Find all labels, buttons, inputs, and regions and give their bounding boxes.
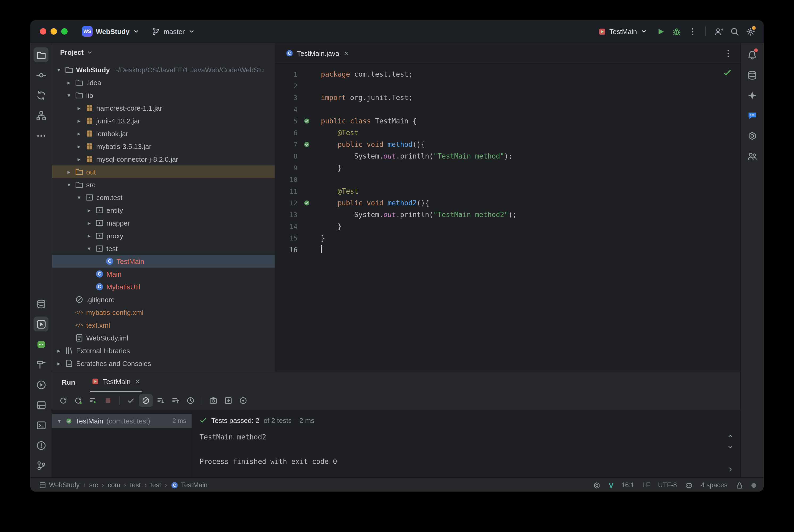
test-history-icon[interactable] — [207, 394, 220, 407]
breadcrumb-webstudy-0[interactable]: WebStudy — [39, 481, 79, 489]
scroll-down-icon[interactable] — [727, 444, 734, 451]
tree-item-webstudy[interactable]: ▾WebStudy~/Desktop/CS/JavaEE/1 JavaWeb/C… — [52, 63, 275, 76]
import-tests-icon[interactable] — [221, 394, 235, 407]
services-icon[interactable] — [34, 377, 49, 392]
tree-item-junit-4-13-2-jar[interactable]: ▸junit-4.13.2.jar — [52, 114, 275, 127]
navigate-icon[interactable] — [236, 394, 250, 407]
tree-item-scratches-and-consoles[interactable]: ▸Scratches and Consoles — [52, 357, 275, 370]
commit-icon[interactable] — [34, 68, 49, 82]
chevron-open-icon[interactable]: ▾ — [65, 92, 72, 99]
settings-gear-icon[interactable] — [743, 24, 757, 38]
openai-status-icon[interactable] — [593, 481, 601, 489]
copilot-status-icon[interactable] — [685, 481, 693, 489]
file-encoding[interactable]: UTF-8 — [658, 481, 677, 489]
run-test-gutter-icon[interactable] — [300, 141, 314, 148]
run-config-selector[interactable]: TestMain — [594, 26, 651, 37]
tree-item-entity[interactable]: ▸entity — [52, 204, 275, 216]
chevron-closed-icon[interactable]: ▸ — [76, 104, 82, 111]
chevron-closed-icon[interactable]: ▸ — [86, 232, 93, 239]
project-widget[interactable]: WS WebStudy — [78, 24, 144, 38]
code-line-6[interactable]: 6 @Test — [275, 127, 740, 138]
tree-item-test[interactable]: ▾test — [52, 242, 275, 255]
breadcrumb-test-3[interactable]: test — [130, 481, 141, 489]
code-line-1[interactable]: 1package com.test.test; — [275, 68, 740, 80]
tree-item-proxy[interactable]: ▸proxy — [52, 229, 275, 242]
git-branch-icon[interactable] — [34, 458, 49, 473]
run-console[interactable]: Tests passed: 2 of 2 tests – 2 ms TestMa… — [192, 410, 740, 477]
run-tab-testmain[interactable]: TestMain × — [90, 372, 141, 392]
tree-item-testmain[interactable]: CTestMain — [52, 255, 275, 268]
notifications-icon[interactable] — [745, 48, 760, 62]
project-folder-icon[interactable] — [34, 48, 49, 62]
chevron-open-icon[interactable]: ▾ — [76, 194, 82, 201]
v-plugin-icon[interactable]: V — [609, 481, 613, 489]
run-test-gutter-icon[interactable] — [300, 199, 314, 206]
green-mascot-icon[interactable] — [34, 337, 49, 352]
more-h-icon[interactable] — [34, 128, 49, 143]
chevron-expanded-icon[interactable]: ▾ — [56, 417, 62, 424]
tree-item-lib[interactable]: ▾lib — [52, 89, 275, 101]
code-line-2[interactable]: 2 — [275, 80, 740, 92]
code-line-4[interactable]: 4 — [275, 103, 740, 115]
tree-item-out[interactable]: ▸out — [52, 166, 275, 178]
run-play-box-icon[interactable] — [34, 317, 49, 331]
test-result-row[interactable]: ▾ TestMain (com.test.test) 2 ms — [52, 414, 192, 428]
tree-item-text-xml[interactable]: </>text.xml — [52, 319, 275, 331]
code-line-10[interactable]: 10 — [275, 173, 740, 185]
scroll-up-icon[interactable] — [727, 433, 734, 439]
show-ignored-icon[interactable] — [139, 394, 153, 407]
branch-widget[interactable]: master — [148, 25, 199, 37]
chevron-closed-icon[interactable]: ▸ — [76, 117, 82, 124]
code-line-3[interactable]: 3import org.junit.Test; — [275, 92, 740, 103]
chevron-closed-icon[interactable]: ▸ — [86, 220, 93, 226]
tree-item-mysql-connector-j-8-2-0-jar[interactable]: ▸mysql-connector-j-8.2.0.jar — [52, 153, 275, 166]
code-line-13[interactable]: 13 System.out.println("TestMain method2"… — [275, 209, 740, 220]
breadcrumb-src-1[interactable]: src — [89, 481, 98, 489]
zoom-window-button[interactable] — [61, 28, 68, 35]
more-vertical-icon[interactable] — [251, 394, 265, 407]
inspection-ok-icon[interactable] — [723, 68, 732, 79]
openai-icon[interactable] — [745, 128, 760, 143]
tree-item-mybatis-3-5-13-jar[interactable]: ▸mybatis-3.5.13.jar — [52, 140, 275, 153]
run-test-gutter-icon[interactable] — [300, 117, 314, 124]
code-line-8[interactable]: 8 System.out.println("TestMain method"); — [275, 150, 740, 162]
minimize-window-button[interactable] — [51, 28, 57, 35]
line-separator[interactable]: LF — [642, 481, 650, 489]
structure-icon[interactable] — [34, 108, 49, 123]
breadcrumb-testmain-5[interactable]: CTestMain — [171, 481, 208, 489]
tree-item-mapper[interactable]: ▸mapper — [52, 216, 275, 229]
indent-style[interactable]: 4 spaces — [701, 481, 727, 489]
code-editor[interactable]: 1package com.test.test;23import org.juni… — [275, 64, 740, 372]
terminal-icon[interactable] — [34, 418, 49, 433]
chevron-closed-icon[interactable]: ▸ — [55, 360, 62, 367]
breadcrumb-test-4[interactable]: test — [150, 481, 161, 489]
database-icon[interactable] — [745, 68, 760, 82]
auto-test-icon[interactable] — [86, 394, 100, 407]
chevron-closed-icon[interactable]: ▸ — [76, 130, 82, 137]
chevron-closed-icon[interactable]: ▸ — [65, 168, 72, 175]
sort-up-icon[interactable] — [169, 394, 183, 407]
assistant-star-icon[interactable] — [745, 88, 760, 103]
tree-item-idea[interactable]: ▸.idea — [52, 76, 275, 89]
tree-item-gitignore[interactable]: .gitignore — [52, 293, 275, 306]
build-layers-icon[interactable] — [34, 296, 49, 311]
tree-item-hamcrest-core-1-1-jar[interactable]: ▸hamcrest-core-1.1.jar — [52, 101, 275, 114]
debug-button[interactable] — [669, 24, 683, 38]
chevron-open-icon[interactable]: ▾ — [86, 245, 93, 252]
code-line-12[interactable]: 12 public void method2(){ — [275, 197, 740, 209]
window-panel-icon[interactable] — [34, 397, 49, 412]
stop-icon[interactable] — [101, 394, 115, 407]
duration-icon[interactable] — [184, 394, 197, 407]
close-window-button[interactable] — [40, 28, 46, 35]
chevron-open-icon[interactable]: ▾ — [65, 181, 72, 188]
tree-item-mybatisutil[interactable]: CMybatisUtil — [52, 280, 275, 293]
close-tab-icon[interactable]: × — [344, 49, 348, 57]
tree-item-lombok-jar[interactable]: ▸lombok.jar — [52, 127, 275, 140]
project-panel-header[interactable]: Project — [52, 43, 275, 61]
code-line-14[interactable]: 14 } — [275, 220, 740, 232]
more-actions-icon[interactable] — [685, 24, 699, 38]
hammer-icon[interactable] — [34, 357, 49, 372]
tree-item-src[interactable]: ▾src — [52, 178, 275, 191]
run-button[interactable] — [654, 24, 667, 38]
code-line-16[interactable]: 16 — [275, 244, 740, 255]
